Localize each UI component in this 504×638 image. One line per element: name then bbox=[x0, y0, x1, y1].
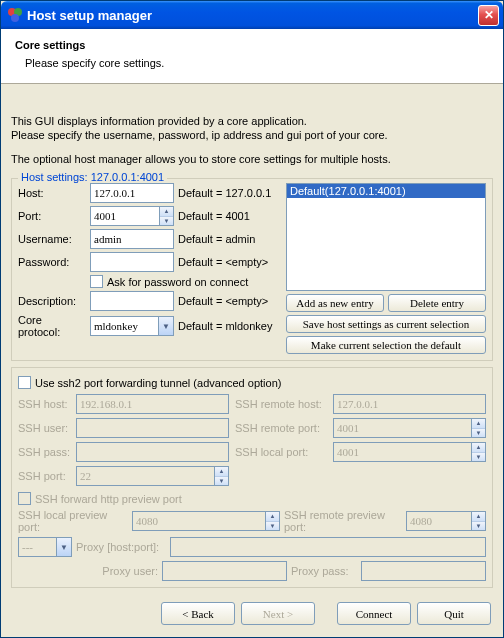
desc-label: Description: bbox=[18, 295, 86, 307]
proxy-hostport-label: Proxy [host:port]: bbox=[76, 541, 166, 553]
add-entry-button[interactable]: Add as new entry bbox=[286, 294, 384, 312]
window-title: Host setup manager bbox=[27, 8, 478, 23]
ssh-lpreview-spinner: ▲▼ bbox=[132, 511, 280, 531]
ssh-host-label: SSH host: bbox=[18, 398, 70, 410]
ssh-pass-label: SSH pass: bbox=[18, 446, 70, 458]
host-settings-group: Host settings: 127.0.0.1:4001 Host: Defa… bbox=[11, 178, 493, 361]
proto-combo[interactable]: ▼ bbox=[90, 316, 174, 336]
save-selection-button[interactable]: Save host settings as current selection bbox=[286, 315, 486, 333]
host-input[interactable] bbox=[90, 183, 174, 203]
ssh-fwd-checkbox bbox=[18, 492, 31, 505]
proxy-hostport-input bbox=[170, 537, 486, 557]
host-list-panel: Default(127.0.0.1:4001) Add as new entry… bbox=[286, 183, 486, 354]
user-input[interactable] bbox=[90, 229, 174, 249]
header-box: Core settings Please specify core settin… bbox=[1, 29, 503, 84]
pass-label: Password: bbox=[18, 256, 86, 268]
ssh-rport-label: SSH remote port: bbox=[235, 422, 327, 434]
spin-up-icon: ▲ bbox=[472, 443, 485, 453]
ssh-group: Use ssh2 port forwarding tunnel (advance… bbox=[11, 367, 493, 588]
app-icon bbox=[7, 7, 23, 23]
spin-down-icon: ▼ bbox=[472, 429, 485, 438]
footer: < Back Next > Connect Quit bbox=[1, 594, 503, 637]
info-line: This GUI displays information provided b… bbox=[11, 114, 493, 128]
host-label: Host: bbox=[18, 187, 86, 199]
back-button[interactable]: < Back bbox=[161, 602, 235, 625]
make-default-button[interactable]: Make current selection the default bbox=[286, 336, 486, 354]
port-spinner[interactable]: ▲▼ bbox=[90, 206, 174, 226]
proxy-type-combo: ▼ bbox=[18, 537, 72, 557]
port-label: Port: bbox=[18, 210, 86, 222]
proxy-user-label: Proxy user: bbox=[18, 565, 158, 577]
host-form: Host: Default = 127.0.0.1 Port: ▲▼ Defau… bbox=[18, 183, 280, 354]
spin-up-icon: ▲ bbox=[266, 512, 279, 522]
ssh-rhost-input bbox=[333, 394, 486, 414]
ssh-port-label: SSH port: bbox=[18, 470, 70, 482]
use-ssh-checkbox[interactable] bbox=[18, 376, 31, 389]
next-button: Next > bbox=[241, 602, 315, 625]
spin-down-icon: ▼ bbox=[472, 522, 485, 531]
connect-button[interactable]: Connect bbox=[337, 602, 411, 625]
ssh-rpreview-input bbox=[406, 511, 471, 531]
header-subtitle: Please specify core settings. bbox=[25, 57, 489, 69]
ssh-user-label: SSH user: bbox=[18, 422, 70, 434]
info-line: The optional host manager allows you to … bbox=[11, 152, 493, 166]
ssh-port-input bbox=[76, 466, 214, 486]
spin-down-icon: ▼ bbox=[215, 477, 228, 486]
port-default: Default = 4001 bbox=[178, 210, 280, 222]
ssh-lport-input bbox=[333, 442, 471, 462]
quit-button[interactable]: Quit bbox=[417, 602, 491, 625]
proto-label: Core protocol: bbox=[18, 314, 86, 338]
window: Host setup manager ✕ Core settings Pleas… bbox=[0, 0, 504, 638]
spin-up-icon: ▲ bbox=[472, 512, 485, 522]
ssh-host-input bbox=[76, 394, 229, 414]
spin-up-icon: ▲ bbox=[215, 467, 228, 477]
proxy-type-input bbox=[18, 537, 56, 557]
ssh-rpreview-label: SSH remote preview port: bbox=[284, 509, 402, 533]
svg-point-2 bbox=[11, 14, 19, 22]
content: Core settings Please specify core settin… bbox=[1, 29, 503, 637]
user-default: Default = admin bbox=[178, 233, 280, 245]
ssh-lpreview-input bbox=[132, 511, 265, 531]
delete-entry-button[interactable]: Delete entry bbox=[388, 294, 486, 312]
desc-default: Default = <empty> bbox=[178, 295, 280, 307]
main-panel: This GUI displays information provided b… bbox=[1, 84, 503, 594]
chevron-down-icon[interactable]: ▼ bbox=[158, 316, 174, 336]
pass-default: Default = <empty> bbox=[178, 256, 280, 268]
port-input[interactable] bbox=[90, 206, 159, 226]
proxy-pass-input bbox=[361, 561, 486, 581]
spin-down-icon: ▼ bbox=[472, 453, 485, 462]
proxy-user-input bbox=[162, 561, 287, 581]
ssh-lpreview-label: SSH local preview port: bbox=[18, 509, 128, 533]
chevron-down-icon: ▼ bbox=[56, 537, 72, 557]
ssh-rpreview-spinner: ▲▼ bbox=[406, 511, 486, 531]
spin-up-icon: ▲ bbox=[472, 419, 485, 429]
ssh-lport-label: SSH local port: bbox=[235, 446, 327, 458]
ssh-rport-spinner: ▲▼ bbox=[333, 418, 486, 438]
ssh-rhost-label: SSH remote host: bbox=[235, 398, 327, 410]
use-ssh-label: Use ssh2 port forwarding tunnel (advance… bbox=[35, 377, 281, 389]
ssh-rport-input bbox=[333, 418, 471, 438]
ask-password-label: Ask for password on connect bbox=[107, 276, 248, 288]
close-button[interactable]: ✕ bbox=[478, 5, 499, 26]
pass-input[interactable] bbox=[90, 252, 174, 272]
titlebar: Host setup manager ✕ bbox=[1, 1, 503, 29]
host-default: Default = 127.0.0.1 bbox=[178, 187, 280, 199]
host-listbox[interactable]: Default(127.0.0.1:4001) bbox=[286, 183, 486, 291]
user-label: Username: bbox=[18, 233, 86, 245]
spin-up-icon[interactable]: ▲ bbox=[160, 207, 173, 217]
spin-down-icon[interactable]: ▼ bbox=[160, 217, 173, 226]
info-line: Please specify the username, password, i… bbox=[11, 128, 493, 142]
proto-default: Default = mldonkey bbox=[178, 320, 280, 332]
info-text: This GUI displays information provided b… bbox=[11, 114, 493, 166]
proto-input[interactable] bbox=[90, 316, 158, 336]
ask-password-checkbox[interactable] bbox=[90, 275, 103, 288]
ssh-pass-input bbox=[76, 442, 229, 462]
ssh-lport-spinner: ▲▼ bbox=[333, 442, 486, 462]
list-item[interactable]: Default(127.0.0.1:4001) bbox=[287, 184, 485, 198]
ssh-port-spinner: ▲▼ bbox=[76, 466, 229, 486]
host-settings-legend: Host settings: 127.0.0.1:4001 bbox=[18, 171, 167, 183]
ssh-user-input bbox=[76, 418, 229, 438]
header-title: Core settings bbox=[15, 39, 489, 51]
desc-input[interactable] bbox=[90, 291, 174, 311]
proxy-pass-label: Proxy pass: bbox=[291, 565, 357, 577]
